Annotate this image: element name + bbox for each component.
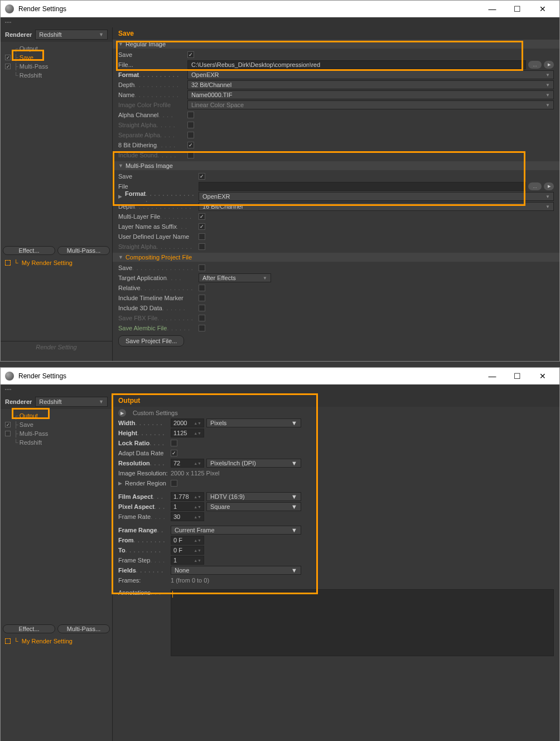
separate-alpha-checkbox xyxy=(187,132,194,138)
browse-button[interactable]: … xyxy=(528,61,542,69)
save-checkbox[interactable] xyxy=(5,55,11,60)
tree-item-redshift[interactable]: └ Redshift xyxy=(1,71,112,80)
effect-button[interactable]: Effect... xyxy=(3,624,55,633)
window-title: Render Settings xyxy=(18,5,480,13)
chevron-down-icon: ▼ xyxy=(99,32,104,37)
save-checkbox[interactable] xyxy=(5,422,11,427)
resolution-input[interactable]: 72▲▼ xyxy=(171,459,204,468)
frames-value: 1 (from 0 to 0) xyxy=(171,577,209,584)
expand-arrow-icon[interactable]: ▶ xyxy=(118,194,123,199)
render-settings-window-1: Render Settings — ☐ ✕ Renderer Redshift … xyxy=(0,0,560,362)
tree-item-output[interactable]: ┌ Output xyxy=(1,411,112,420)
toolbar xyxy=(1,384,559,394)
titlebar[interactable]: Render Settings — ☐ ✕ xyxy=(1,1,559,17)
film-aspect-dropdown[interactable]: HDTV (16:9)▼ xyxy=(206,492,301,501)
tree-item-multipass[interactable]: ├ Multi-Pass xyxy=(1,429,112,438)
name-dropdown[interactable]: Name0000.TIF▼ xyxy=(187,90,554,99)
from-input[interactable]: 0 F▲▼ xyxy=(171,536,204,545)
expand-arrow-icon[interactable]: ▶ xyxy=(118,480,123,486)
sidebar: Renderer Redshift ▼ ┌ Output ├ Save xyxy=(1,27,112,361)
close-button[interactable]: ✕ xyxy=(530,1,555,17)
frame-rate-input[interactable]: 30▲▼ xyxy=(171,512,204,521)
window-title: Render Settings xyxy=(18,372,480,380)
cpf-save-checkbox[interactable] xyxy=(199,264,205,271)
collapse-arrow-icon: ▼ xyxy=(118,41,123,47)
multipass-button[interactable]: Multi-Pass... xyxy=(57,624,110,633)
mp-save-checkbox[interactable] xyxy=(199,173,205,180)
width-input[interactable]: 2000▲▼ xyxy=(171,418,204,427)
film-aspect-input[interactable]: 1.778▲▼ xyxy=(171,492,204,501)
frame-step-input[interactable]: 1▲▼ xyxy=(171,556,204,565)
save-project-file-button[interactable]: Save Project File... xyxy=(118,335,184,347)
annotations-textarea[interactable] xyxy=(171,589,554,656)
mp-file-input[interactable] xyxy=(199,182,526,191)
app-icon xyxy=(5,372,14,381)
play-button[interactable]: ▶ xyxy=(544,61,554,69)
renderer-dropdown[interactable]: Redshift ▼ xyxy=(35,397,108,407)
resolution-unit-dropdown[interactable]: Pixels/Inch (DPI)▼ xyxy=(206,459,301,468)
user-layer-name-checkbox[interactable] xyxy=(199,233,205,240)
maximize-button[interactable]: ☐ xyxy=(505,1,530,17)
fbx-checkbox xyxy=(199,315,205,321)
multipass-checkbox[interactable] xyxy=(5,431,11,436)
mp-depth-dropdown[interactable]: 16 Bit/Channel▼ xyxy=(199,202,554,211)
section-multipass-image[interactable]: ▼ Multi-Pass Image xyxy=(113,161,559,170)
mp-straight-alpha-checkbox xyxy=(199,243,205,250)
layer-suffix-checkbox[interactable] xyxy=(199,223,205,230)
depth-dropdown[interactable]: 32 Bit/Channel▼ xyxy=(187,80,554,89)
dithering-checkbox[interactable] xyxy=(187,142,194,148)
tree-item-multipass[interactable]: ├ Multi-Pass xyxy=(1,62,112,71)
toolbar xyxy=(1,17,559,27)
render-setting-icon xyxy=(5,260,11,266)
image-resolution-value: 2000 x 1125 Pixel xyxy=(171,470,219,477)
close-button[interactable]: ✕ xyxy=(530,368,555,384)
my-render-setting[interactable]: └My Render Setting xyxy=(1,636,112,647)
app-icon xyxy=(5,4,14,13)
effect-button[interactable]: Effect... xyxy=(3,246,55,255)
width-unit-dropdown[interactable]: Pixels▼ xyxy=(206,418,301,427)
include-3d-checkbox[interactable] xyxy=(199,305,205,311)
minimize-button[interactable]: — xyxy=(480,1,505,17)
mp-format-dropdown[interactable]: OpenEXR▼ xyxy=(199,192,554,201)
file-path-input[interactable] xyxy=(187,60,526,69)
pixel-aspect-dropdown[interactable]: Square▼ xyxy=(206,502,301,511)
section-regular-image[interactable]: ▼ Regular Image xyxy=(113,40,559,49)
lock-ratio-checkbox[interactable] xyxy=(171,440,177,446)
alpha-channel-checkbox[interactable] xyxy=(187,112,194,118)
main-header: Save xyxy=(113,27,559,40)
multilayer-checkbox[interactable] xyxy=(199,213,205,220)
tree-item-save[interactable]: ├ Save xyxy=(1,420,112,429)
relative-checkbox[interactable] xyxy=(199,285,205,291)
height-input[interactable]: 1125▲▼ xyxy=(171,429,204,437)
section-compositing[interactable]: ▼ Compositing Project File xyxy=(113,253,559,262)
tree-item-output[interactable]: ┌ Output xyxy=(1,44,112,53)
color-profile-dropdown: Linear Color Space▼ xyxy=(187,100,554,109)
pixel-aspect-input[interactable]: 1▲▼ xyxy=(171,502,204,511)
format-dropdown[interactable]: OpenEXR▼ xyxy=(187,70,554,79)
target-app-dropdown[interactable]: After Effects▼ xyxy=(199,273,271,282)
frame-range-dropdown[interactable]: Current Frame▼ xyxy=(171,526,301,535)
main-panel: Save ▼ Regular Image Save File... … ▶ xyxy=(112,27,559,361)
alembic-checkbox[interactable] xyxy=(199,325,205,331)
renderer-dropdown[interactable]: Redshift ▼ xyxy=(35,30,108,40)
multipass-checkbox[interactable] xyxy=(5,64,11,69)
save-checkbox-regular[interactable] xyxy=(187,51,194,58)
tree-item-save[interactable]: ├ Save xyxy=(1,53,112,62)
titlebar[interactable]: Render Settings — ☐ ✕ xyxy=(1,368,559,384)
maximize-button[interactable]: ☐ xyxy=(505,368,530,384)
tree-item-redshift[interactable]: └ Redshift xyxy=(1,438,112,447)
straight-alpha-checkbox xyxy=(187,122,194,128)
file-button[interactable]: File... xyxy=(118,61,133,68)
multipass-button[interactable]: Multi-Pass... xyxy=(57,246,110,255)
my-render-setting[interactable]: └My Render Setting xyxy=(1,257,112,268)
timeline-marker-checkbox[interactable] xyxy=(199,295,205,301)
mp-browse-button[interactable]: … xyxy=(528,182,542,190)
to-input[interactable]: 0 F▲▼ xyxy=(171,546,204,555)
adapt-data-rate-checkbox[interactable] xyxy=(171,450,177,456)
fields-dropdown[interactable]: None▼ xyxy=(171,566,301,575)
render-settings-window-2: Render Settings — ☐ ✕ Renderer Redshift … xyxy=(0,367,560,741)
expand-button[interactable]: ▶ xyxy=(118,409,126,417)
mp-play-button[interactable]: ▶ xyxy=(544,182,554,190)
minimize-button[interactable]: — xyxy=(480,368,505,384)
render-region-checkbox[interactable] xyxy=(171,480,177,487)
